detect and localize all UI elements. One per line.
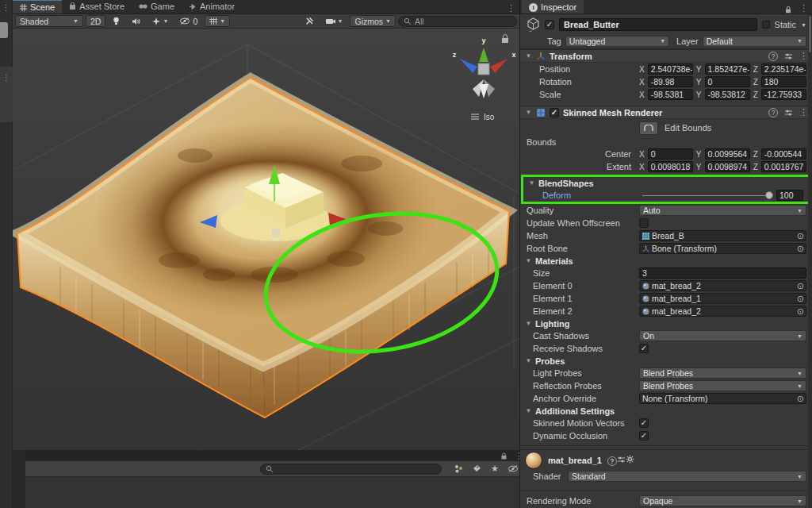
component-enabled-checkbox[interactable]: ✓	[550, 108, 559, 117]
skinned-motion-vectors-checkbox[interactable]: ✓	[639, 418, 649, 428]
edit-bounds-button[interactable]	[639, 121, 658, 135]
object-picker-icon[interactable]: ⊙	[797, 306, 804, 317]
extent-y-field[interactable]: 0.0098974	[705, 161, 750, 172]
tag-dropdown[interactable]: Untagged▼	[565, 36, 669, 47]
gizmos-dropdown[interactable]: Gizmos▼	[350, 15, 396, 27]
collapsed-tab[interactable]	[0, 22, 8, 38]
hierarchy-search-input[interactable]	[260, 464, 442, 475]
object-picker-icon[interactable]: ⊙	[797, 231, 804, 241]
light-probes-dropdown[interactable]: Blend Probes▼	[639, 368, 806, 379]
cast-shadows-dropdown[interactable]: On▼	[639, 330, 806, 341]
center-y-field[interactable]: 0.0099564	[705, 148, 750, 160]
scene-lighting-toggle[interactable]	[108, 15, 124, 27]
dynamic-occlusion-checkbox[interactable]: ✓	[639, 431, 649, 441]
scene-viewport[interactable]: y x z Iso	[13, 29, 519, 450]
object-picker-icon[interactable]: ⊙	[797, 281, 804, 291]
object-picker-icon[interactable]: ⊙	[797, 394, 804, 404]
shader-dropdown[interactable]: Standard▼	[568, 471, 806, 482]
lock-icon[interactable]	[500, 452, 508, 460]
foldout-icon[interactable]: ▼	[525, 109, 532, 116]
rotation-y-field[interactable]: 0	[705, 76, 750, 87]
layer-dropdown[interactable]: Default▼	[703, 36, 806, 47]
grid-visibility-dropdown[interactable]: ▼	[205, 15, 230, 27]
additional-settings-foldout[interactable]: ▼Additional Settings	[520, 405, 812, 417]
presets-icon[interactable]	[784, 109, 793, 117]
shading-mode-dropdown[interactable]: Shaded▼	[15, 15, 83, 27]
viewport-lock-icon[interactable]	[502, 35, 508, 44]
left-dock-strip[interactable]: ⋮ ⋮	[0, 0, 13, 508]
materials-size-field[interactable]: 3	[639, 267, 806, 279]
blendshapes-foldout[interactable]: ▼BlendShapes	[523, 177, 810, 189]
scene-visibility-toggle[interactable]: 0	[175, 15, 202, 27]
2d-toggle[interactable]: 2D	[86, 15, 105, 27]
extent-z-field[interactable]: 0.0018767	[761, 161, 806, 172]
effects-dropdown[interactable]: ▼	[147, 15, 173, 27]
root-bone-object-field[interactable]: Bone (Transform)⊙	[639, 243, 806, 254]
presets-icon[interactable]	[784, 52, 793, 60]
position-x-field[interactable]: 2.540738e-	[648, 64, 693, 75]
gameobject-cube-icon[interactable]	[527, 17, 540, 32]
tab-asset-store[interactable]: Asset Store	[62, 0, 132, 13]
component-menu-icon[interactable]: ⋮	[799, 51, 808, 61]
skinned-mesh-renderer-header[interactable]: ▼ ✓ Skinned Mesh Renderer ?⋮	[520, 106, 812, 119]
collapsed-panel-tab[interactable]: ⋮	[0, 67, 13, 122]
rotation-x-field[interactable]: -89.98	[648, 76, 693, 87]
probes-foldout[interactable]: ▼Probes	[520, 355, 812, 367]
scene-audio-toggle[interactable]	[127, 15, 145, 27]
camera-dropdown[interactable]: ▼	[321, 15, 348, 27]
help-icon[interactable]: ?	[768, 108, 778, 117]
object-picker-icon[interactable]: ⊙	[797, 244, 804, 254]
inspector-scrollbar[interactable]	[808, 14, 812, 508]
panel-menu-icon[interactable]: ⋮	[795, 3, 812, 13]
scale-z-field[interactable]: -12.75933	[761, 89, 806, 100]
mesh-object-field[interactable]: Bread_B⊙	[639, 230, 806, 241]
gameobject-name-field[interactable]: Bread_Butter	[559, 18, 757, 31]
position-z-field[interactable]: 2.235174e-	[761, 64, 806, 75]
active-checkbox[interactable]: ✓	[545, 20, 554, 29]
reflection-probes-dropdown[interactable]: Blend Probes▼	[639, 380, 806, 391]
drag-handle-icon[interactable]: ⋮	[0, 73, 13, 82]
tag-filter-icon[interactable]	[470, 464, 484, 473]
static-dropdown-icon[interactable]: ▼	[801, 22, 806, 28]
material-preview-sphere[interactable]	[525, 452, 542, 469]
material-object-field[interactable]: mat_bread_2⊙	[639, 306, 806, 317]
position-y-field[interactable]: 1.852427e-	[705, 64, 750, 75]
rendering-mode-dropdown[interactable]: Opaque▼	[639, 495, 806, 506]
foldout-icon[interactable]: ▼	[525, 52, 532, 60]
help-icon[interactable]: ?	[607, 456, 617, 466]
tools-icon[interactable]	[301, 15, 319, 27]
tab-game[interactable]: Game	[132, 0, 182, 13]
transform-header[interactable]: ▼ Transform ?⋮	[520, 49, 812, 63]
scale-y-field[interactable]: -98.53812	[705, 89, 750, 100]
tab-animator[interactable]: Animator	[182, 0, 242, 13]
rotation-z-field[interactable]: 180	[761, 76, 806, 87]
anchor-override-object-field[interactable]: None (Transform)⊙	[639, 393, 806, 404]
scrollbar-thumb[interactable]	[809, 16, 811, 52]
material-object-field[interactable]: mat_bread_2⊙	[639, 280, 806, 291]
materials-foldout[interactable]: ▼Materials	[520, 255, 812, 267]
center-z-field[interactable]: -0.000544	[761, 148, 806, 160]
help-icon[interactable]: ?	[768, 52, 778, 61]
receive-shadows-checkbox[interactable]: ✓	[639, 344, 649, 353]
gear-icon[interactable]	[626, 455, 634, 464]
prefab-filter-icon[interactable]	[451, 464, 465, 473]
drag-handle-icon[interactable]: ⋮	[0, 3, 12, 12]
presets-icon[interactable]	[617, 456, 626, 464]
slider-knob[interactable]	[765, 191, 773, 199]
component-menu-icon[interactable]: ⋮	[799, 107, 808, 117]
object-picker-icon[interactable]: ⊙	[797, 294, 804, 304]
center-x-field[interactable]: 0	[648, 148, 693, 160]
quality-dropdown[interactable]: Auto▼	[639, 205, 806, 216]
projection-label[interactable]: Iso	[471, 113, 495, 121]
scene-search-input[interactable]: All	[398, 16, 517, 27]
scale-x-field[interactable]: -98.5381	[648, 89, 693, 100]
tab-scene[interactable]: Scene	[13, 0, 62, 13]
deform-slider[interactable]	[642, 190, 773, 201]
material-header[interactable]: mat_bread_1 ?	[520, 449, 812, 470]
tab-inspector[interactable]: i Inspector	[522, 0, 584, 13]
orientation-gizmo[interactable]: y x z	[453, 37, 516, 98]
extent-x-field[interactable]: 0.0098018	[648, 161, 693, 172]
static-checkbox[interactable]	[762, 21, 770, 29]
panel-menu-icon[interactable]: ⋮	[503, 3, 519, 13]
deform-value-field[interactable]: 100	[776, 190, 803, 201]
